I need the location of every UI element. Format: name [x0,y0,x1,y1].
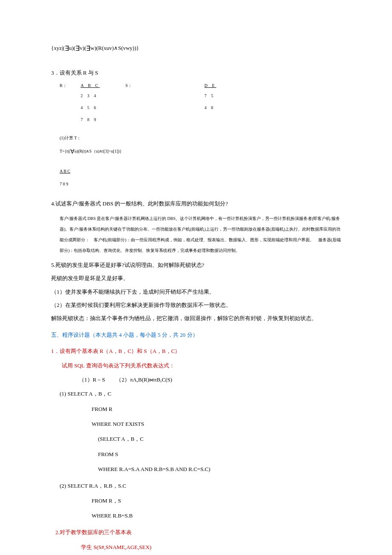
sql-line: FROM R [92,404,341,414]
relation-tables: R： A B C 2 3 4 4 5 6 7 8 9 S： D E 7 5 4 … [60,82,341,128]
q5-p2: （1）使并发事务不能继续执行下去，造成时间开销却不产生结果。 [51,287,341,297]
question-4: 4.试述客户/服务器式 DBS 的一般结构。此时数据库应用的功能如何划分? [51,199,341,208]
section-5-title: 五、程序设计题（本大题共 4 小题，每小题 5 分，共 20 分） [51,330,341,340]
prog-q2-t1: 学生 S(S#,SNAME,AGE,SEX) [81,542,341,552]
q4-answer: 客户/服务器式 DBS 是在客户/服务器计算机网络上运行的 DBS。这个计算机网… [60,213,341,256]
answer-row: 7 8 9 [60,180,341,188]
q5-p3: （2）在某些时候我们要利用它来解决更新操作导致的数据库不一致状态。 [51,300,341,310]
sql-line: FROM S [98,449,341,459]
s-table-block: D E 7 5 4 8 [205,82,216,128]
relation-s: S： [125,82,145,128]
sql-line: (SELECT A，B，C [98,434,341,444]
prog-q1-title: 1．设有两个基本表 R（A，B，C）和 S（A，B，C） [51,346,341,356]
t-formula: T={t|(∀u)(R(t)∧S（u)∧t[3]>u[1])} [60,146,341,157]
r-header: A B C [81,82,100,90]
sql-line: (1) SELECT A，B，C [60,389,341,399]
formula-expression: {xyz|(∃u)(∃v)(∃w)(R(xuv)∧S(vwy))} [51,43,341,55]
formula-text: {xyz|(∃u)(∃v)(∃w)(R(xuv)∧S(vwy))} [51,45,139,51]
answer-header: A B C [60,168,341,175]
sql-answer-2: (2) SELECT R.A，R.B，S.C FROM R，S WHERE R.… [60,481,341,521]
sql-line: FROM R，S [92,496,341,506]
calc-label: (1)计算 T： [60,134,341,142]
prog-q1-subtitle: 试用 SQL 查询语句表达下列关系代数表达式： [62,361,341,370]
q5-p1: 死锁的发生即是坏是又是好事。 [51,273,341,283]
relation-r: R： A B C 2 3 4 4 5 6 7 8 9 [60,82,100,128]
s-row: 4 8 [205,104,216,112]
q3-title: 3．设有关系 R 与 S [51,68,341,78]
question-3: 3．设有关系 R 与 S R： A B C 2 3 4 4 5 6 7 8 9 … [51,68,341,188]
question-5: 5.死锁的发生是坏事还是好事?试说明理由。如何解除死锁状态? 死锁的发生即是坏是… [51,260,341,324]
sql-line: (2) SELECT R.A，R.B，S.C [60,481,341,491]
prog-q2-title: 2.对于教学数据库的三个基本表 [55,527,341,537]
r-row: 4 5 6 [81,104,100,112]
q4-title: 4.试述客户/服务器式 DBS 的一般结构。此时数据库应用的功能如何划分? [51,199,341,208]
q5-title: 5.死锁的发生是坏事还是好事?试说明理由。如何解除死锁状态? [51,260,341,270]
q5-p4: 解除死锁状态：抽出某个事务作为牺牲品，把它撤消，做回退操作，解除它的所有封锁，并… [51,313,341,323]
prog-q1-expr: （1）R－S （2）πA,B(R)⋈πB,C(S) [79,375,341,384]
sql-line: WHERE R.B=S.B [92,511,341,520]
s-header: D E [205,82,216,90]
sql-answer-1: (1) SELECT A，B，C FROM R WHERE NOT EXISTS… [60,389,341,474]
prog-q2: 2.对于教学数据库的三个基本表 学生 S(S#,SNAME,AGE,SEX) 学… [51,527,341,555]
r-row: 7 8 9 [81,116,100,124]
s-row: 7 5 [205,92,216,100]
r-label: R： [60,83,67,88]
sql-line: WHERE R.A=S.A AND R.B=S.B AND R.C=S.C) [98,464,341,474]
t-answer: A B C 7 8 9 [60,168,341,188]
s-table: D E 7 5 4 8 [205,82,216,116]
r-row: 2 3 4 [81,92,100,100]
r-table: A B C 2 3 4 4 5 6 7 8 9 [81,82,100,128]
sql-line: WHERE NOT EXISTS [92,419,341,429]
s-label: S： [125,83,132,88]
